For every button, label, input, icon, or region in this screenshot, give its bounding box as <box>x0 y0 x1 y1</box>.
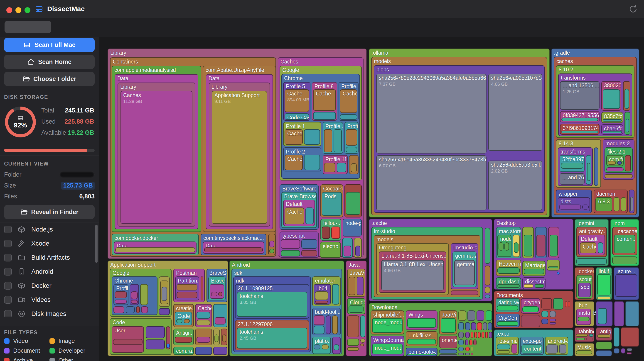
reveal-in-finder-button[interactable]: Reveal in Finder <box>4 205 95 219</box>
treemap-llama-3.1-8b-lexi-uncens...[interactable]: Llama-3.1-8B-Lexi-Uncens...4.66 GB <box>381 260 444 291</box>
treemap-cell[interactable] <box>598 242 603 253</box>
checkbox[interactable] <box>4 310 12 317</box>
treemap-cell[interactable] <box>301 239 317 249</box>
treemap-cell[interactable] <box>621 348 626 354</box>
treemap-cell[interactable] <box>337 163 346 172</box>
treemap-cell[interactable] <box>630 197 633 211</box>
treemap-cell[interactable] <box>614 348 620 354</box>
treemap-cell[interactable] <box>458 340 464 345</box>
treemap-cell[interactable] <box>596 350 612 356</box>
treemap-cell[interactable] <box>550 311 556 317</box>
treemap-cell[interactable] <box>504 242 509 251</box>
checkbox[interactable] <box>4 282 12 290</box>
treemap-cell[interactable] <box>608 161 616 165</box>
treemap-gemma-2-...[interactable]: gemma-2-... <box>454 260 475 285</box>
treemap-cell[interactable] <box>485 332 488 338</box>
treemap-cell[interactable] <box>612 257 637 264</box>
treemap-cell[interactable] <box>322 227 330 239</box>
treemap-cell[interactable] <box>301 250 317 257</box>
treemap-cell[interactable] <box>439 350 457 354</box>
treemap-cell[interactable] <box>559 205 581 210</box>
treemap-cell[interactable] <box>557 272 560 275</box>
treemap-cell[interactable] <box>314 345 320 350</box>
treemap-cell[interactable] <box>542 319 548 324</box>
treemap-cache[interactable]: Cache894.09 MB <box>284 89 309 112</box>
treemap-code-...[interactable]: Code ... <box>175 312 192 325</box>
treemap-cell[interactable] <box>498 267 520 274</box>
treemap-cell[interactable] <box>115 247 195 252</box>
treemap-.antigr...[interactable]: .antigr... <box>596 327 612 341</box>
treemap-cell[interactable] <box>465 332 470 338</box>
close-button[interactable] <box>6 7 12 13</box>
treemap-cache[interactable]: Cache <box>284 208 304 224</box>
treemap-cell[interactable] <box>357 277 364 295</box>
treemap-cache[interactable]: Cache <box>340 89 357 113</box>
treemap-cell[interactable] <box>627 352 632 355</box>
treemap-cell[interactable] <box>332 284 339 305</box>
treemap-cell[interactable] <box>521 315 540 327</box>
treemap-cell[interactable] <box>465 340 468 345</box>
treemap-cell[interactable] <box>214 335 218 342</box>
treemap-cell[interactable] <box>315 291 328 300</box>
treemap-cell[interactable] <box>550 235 558 257</box>
treemap-cell[interactable] <box>136 306 140 313</box>
treemap-cell[interactable] <box>162 287 167 301</box>
treemap-cell[interactable] <box>548 267 558 268</box>
treemap-cell[interactable] <box>589 334 593 337</box>
treemap-cell[interactable] <box>306 208 314 224</box>
treemap-cell[interactable] <box>281 239 300 249</box>
treemap-cell[interactable] <box>497 344 510 350</box>
treemap-sbom[interactable]: sbom <box>578 283 591 297</box>
treemap-cell[interactable] <box>498 284 520 288</box>
treemap-cell[interactable] <box>304 129 320 145</box>
checkbox[interactable] <box>4 226 12 233</box>
scan-full-mac-button[interactable]: Scan Full Mac <box>4 38 95 52</box>
treemap-sha256-416e45a35835249480f30c83378473b5..[interactable]: sha256-416e45a35835249480f30c83378473b5.… <box>376 155 486 210</box>
treemap-cell[interactable] <box>176 319 182 323</box>
treemap-cell[interactable] <box>621 327 639 347</box>
treemap-cell[interactable] <box>465 322 470 330</box>
treemap-cell[interactable] <box>176 284 198 291</box>
treemap-cell[interactable] <box>524 269 544 274</box>
treemap-cell[interactable] <box>468 311 475 321</box>
treemap-cell[interactable] <box>407 318 436 328</box>
treemap-cell[interactable] <box>334 345 339 350</box>
treemap-cell[interactable] <box>347 339 359 346</box>
treemap-cell[interactable] <box>141 306 148 313</box>
treemap-cell[interactable] <box>351 163 357 172</box>
treemap-cell[interactable] <box>114 300 127 304</box>
treemap-cell[interactable] <box>625 155 631 171</box>
treemap-cell[interactable] <box>497 306 518 311</box>
treemap-cell[interactable] <box>114 291 127 298</box>
treemap-cell[interactable] <box>576 258 607 265</box>
treemap-cell[interactable] <box>534 284 544 288</box>
treemap-cell[interactable] <box>524 235 532 257</box>
treemap-cell[interactable] <box>482 332 484 338</box>
treemap-cell[interactable] <box>360 344 364 346</box>
treemap-content...[interactable]: content... <box>522 345 542 354</box>
treemap-node-modul..[interactable]: node_modul.. <box>372 344 402 355</box>
scrollbar[interactable] <box>95 225 98 263</box>
treemap-cell[interactable] <box>196 320 210 325</box>
treemap-cell[interactable] <box>215 317 226 325</box>
treemap-cell[interactable] <box>514 242 518 253</box>
checkbox[interactable] <box>4 268 12 276</box>
treemap-cell[interactable] <box>512 344 518 354</box>
treemap-cell[interactable] <box>559 345 566 354</box>
treemap-cell[interactable] <box>626 301 639 326</box>
treemap-cell[interactable] <box>603 89 620 109</box>
treemap-cell[interactable] <box>546 345 558 354</box>
treemap-cell[interactable] <box>478 332 480 338</box>
filter-row-disk-images[interactable]: Disk Images <box>0 307 99 317</box>
treemap-cell[interactable] <box>597 297 611 299</box>
treemap-cell[interactable] <box>313 112 336 120</box>
treemap-cell[interactable] <box>204 247 263 252</box>
treemap-com.ra..[interactable]: com.ra.. <box>173 347 194 355</box>
treemap-cell[interactable] <box>471 332 473 338</box>
treemap-cell[interactable] <box>497 321 518 326</box>
treemap-...-and-76...[interactable]: ... and 76... <box>560 173 584 185</box>
treemap-cell[interactable] <box>439 355 457 356</box>
treemap-cell[interactable] <box>582 205 589 210</box>
treemap-cell[interactable] <box>407 339 436 345</box>
treemap-...-and-13506-...[interactable]: ... and 13506 ...1.25 GB <box>560 81 600 110</box>
